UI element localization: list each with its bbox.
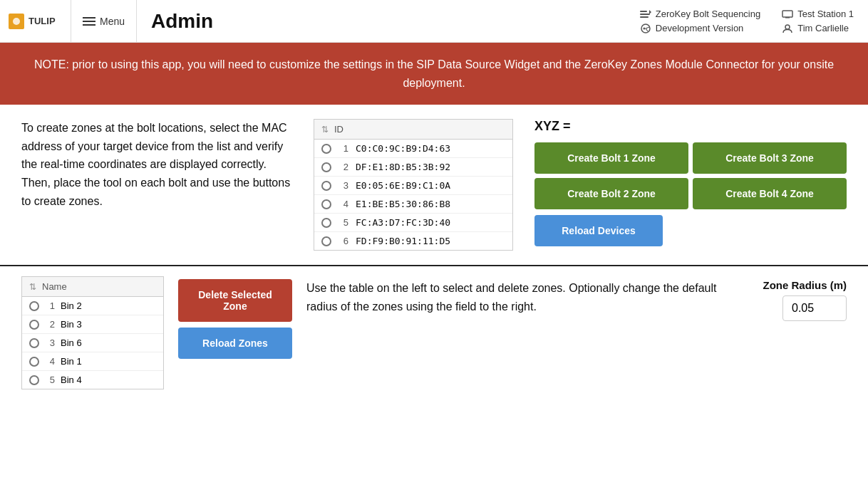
station-item: Test Station 1 <box>782 9 854 20</box>
table-row[interactable]: 2 DF:E1:8D:B5:3B:92 <box>314 158 512 177</box>
radio-button[interactable] <box>321 199 331 209</box>
bolt-sequencing-icon <box>640 9 651 20</box>
svg-point-9 <box>785 25 790 29</box>
top-section: To create zones at the bolt locations, s… <box>0 105 868 266</box>
table-row[interactable]: 6 FD:F9:B0:91:11:D5 <box>314 232 512 250</box>
svg-point-0 <box>13 18 20 25</box>
svg-point-6 <box>643 27 645 29</box>
table-row[interactable]: 4 E1:BE:B5:30:86:B8 <box>314 195 512 214</box>
reload-zones-button[interactable]: Reload Zones <box>178 328 292 359</box>
hamburger-icon <box>83 17 95 26</box>
logo-text: TULIP <box>29 16 56 26</box>
radio-button[interactable] <box>321 218 331 228</box>
station-user-group: Test Station 1 Tim Carlielle <box>782 9 854 34</box>
radio-button[interactable] <box>29 320 39 330</box>
create-bolt-4-button[interactable]: Create Bolt 4 Zone <box>693 178 847 209</box>
create-bolt-1-button[interactable]: Create Bolt 1 Zone <box>534 142 688 174</box>
menu-button[interactable]: Menu <box>71 0 137 42</box>
table-row[interactable]: 3 Bin 6 <box>22 334 163 352</box>
mac-address: C0:C0:9C:B9:D4:63 <box>356 143 450 154</box>
user-text: Tim Carlielle <box>797 23 849 33</box>
radio-button[interactable] <box>321 181 331 191</box>
note-banner: NOTE: prior to using this app, you will … <box>0 43 868 105</box>
top-description: To create zones at the bolt locations, s… <box>21 119 292 210</box>
zone-radius-input[interactable] <box>782 295 847 321</box>
menu-label: Menu <box>100 16 125 27</box>
row-number: 3 <box>45 337 55 348</box>
zones-table-header: ⇅ Name <box>22 277 163 297</box>
zones-table-column-label: Name <box>42 281 67 292</box>
row-number: 4 <box>339 199 348 209</box>
page-title: Admin <box>137 10 626 33</box>
zone-name: Bin 6 <box>61 337 82 348</box>
bottom-section: ⇅ Name 1 Bin 2 2 Bin 3 3 Bin 6 4 Bin <box>0 266 868 487</box>
device-table: ⇅ ID 1 C0:C0:9C:B9:D4:63 2 DF:E1:8D:B5:3… <box>314 119 513 251</box>
mac-address: E0:05:6E:B9:C1:0A <box>356 180 450 191</box>
radio-button[interactable] <box>321 162 331 172</box>
zones-table: ⇅ Name 1 Bin 2 2 Bin 3 3 Bin 6 4 Bin <box>21 276 164 389</box>
zone-name: Bin 3 <box>61 319 82 330</box>
table-row[interactable]: 1 C0:C0:9C:B9:D4:63 <box>314 140 512 158</box>
station-text: Test Station 1 <box>797 9 854 19</box>
table-row[interactable]: 2 Bin 3 <box>22 315 163 334</box>
user-item: Tim Carlielle <box>782 23 854 34</box>
bolt-grid: Create Bolt 1 Zone Create Bolt 3 Zone Cr… <box>534 142 847 209</box>
app-name-item: ZeroKey Bolt Sequencing <box>640 9 760 20</box>
device-table-header: ⇅ ID <box>314 120 512 140</box>
table-row[interactable]: 5 FC:A3:D7:FC:3D:40 <box>314 214 512 232</box>
mac-address: FD:F9:B0:91:11:D5 <box>356 236 450 246</box>
svg-marker-4 <box>649 10 651 14</box>
header: TULIP Menu Admin ZeroKey Bolt Sequencing… <box>0 0 868 43</box>
svg-rect-3 <box>640 16 649 18</box>
bottom-description: Use the table on the left to select and … <box>306 276 748 315</box>
row-number: 5 <box>45 375 55 385</box>
table-row[interactable]: 1 Bin 2 <box>22 297 163 315</box>
create-bolt-3-button[interactable]: Create Bolt 3 Zone <box>693 142 847 174</box>
zone-name: Bin 4 <box>61 375 82 385</box>
row-number: 1 <box>339 143 348 154</box>
app-name-text: ZeroKey Bolt Sequencing <box>656 9 760 19</box>
radio-button[interactable] <box>29 301 39 311</box>
reload-devices-button[interactable]: Reload Devices <box>534 215 663 246</box>
radio-button[interactable] <box>29 338 39 348</box>
svg-rect-1 <box>640 11 647 12</box>
version-icon <box>640 23 651 34</box>
radio-button[interactable] <box>321 144 331 154</box>
version-item: Development Version <box>640 23 760 34</box>
row-number: 2 <box>339 162 348 172</box>
svg-rect-8 <box>785 17 790 19</box>
zone-name: Bin 2 <box>61 300 82 311</box>
delete-zone-button[interactable]: Delete Selected Zone <box>178 279 292 322</box>
table-row[interactable]: 5 Bin 4 <box>22 371 163 389</box>
xyz-label: XYZ = <box>534 119 847 134</box>
row-number: 6 <box>339 236 348 246</box>
mac-address: E1:BE:B5:30:86:B8 <box>356 199 450 209</box>
svg-rect-7 <box>782 11 792 17</box>
svg-rect-2 <box>640 14 650 15</box>
sort-icon: ⇅ <box>29 282 36 292</box>
logo-area: TULIP <box>0 0 71 42</box>
bolt-zone-buttons-area: XYZ = Create Bolt 1 Zone Create Bolt 3 Z… <box>534 119 847 246</box>
table-row[interactable]: 4 Bin 1 <box>22 352 163 371</box>
radio-button[interactable] <box>321 236 331 246</box>
row-number: 2 <box>45 319 55 330</box>
zone-radius-label: Zone Radius (m) <box>763 279 847 291</box>
zone-radius-area: Zone Radius (m) <box>763 276 847 321</box>
row-number: 1 <box>45 300 55 311</box>
mac-address: FC:A3:D7:FC:3D:40 <box>356 217 450 228</box>
mac-address: DF:E1:8D:B5:3B:92 <box>356 162 450 172</box>
user-icon <box>782 23 793 34</box>
main-content: To create zones at the bolt locations, s… <box>0 105 868 487</box>
zone-action-buttons: Delete Selected Zone Reload Zones <box>178 276 292 359</box>
radio-button[interactable] <box>29 357 39 367</box>
version-text: Development Version <box>656 23 744 33</box>
station-icon <box>782 9 793 20</box>
header-right: ZeroKey Bolt Sequencing Development Vers… <box>626 9 868 34</box>
note-banner-text: NOTE: prior to using this app, you will … <box>34 58 834 89</box>
radio-button[interactable] <box>29 375 39 385</box>
sort-icon: ⇅ <box>321 125 329 135</box>
table-row[interactable]: 3 E0:05:6E:B9:C1:0A <box>314 177 512 195</box>
create-bolt-2-button[interactable]: Create Bolt 2 Zone <box>534 178 688 209</box>
device-table-column-label: ID <box>334 124 343 135</box>
tulip-logo-icon <box>9 14 24 29</box>
